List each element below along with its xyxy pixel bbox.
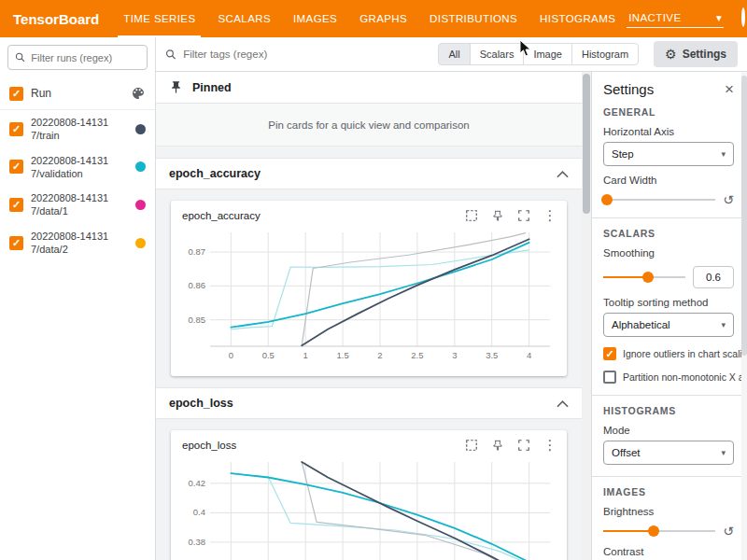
- run-checkbox[interactable]: ✓: [9, 198, 23, 212]
- chevron-up-icon[interactable]: [557, 399, 569, 408]
- chip-scalars[interactable]: Scalars: [470, 43, 525, 65]
- slider-thumb[interactable]: [642, 272, 654, 283]
- run-checkbox[interactable]: ✓: [9, 236, 23, 250]
- cards-area: Pinned Pin cards for a quick view and co…: [156, 72, 582, 560]
- reset-icon[interactable]: ↺: [723, 525, 734, 538]
- reload-status-dropdown[interactable]: INACTIVE ▾: [627, 9, 724, 28]
- run-row-data-1[interactable]: ✓ 20220808-141317/data/1: [0, 186, 155, 224]
- fullscreen-icon[interactable]: [516, 208, 531, 223]
- horizontal-axis-select[interactable]: Step ▾: [603, 142, 734, 166]
- run-color-dot[interactable]: [135, 161, 146, 172]
- tab-images[interactable]: IMAGES: [282, 0, 348, 37]
- mouse-cursor: [519, 39, 532, 58]
- tab-scalars[interactable]: SCALARS: [206, 0, 282, 37]
- card-zone: epoch_accuracy ⋮ 00.511.522.533.540.850.…: [156, 189, 582, 387]
- more-options-icon[interactable]: ⋮: [543, 438, 557, 453]
- card-width-label: Card Width: [603, 175, 734, 186]
- tooltip-sorting-select[interactable]: Alphabetical ▾: [603, 313, 734, 337]
- reset-icon[interactable]: ↺: [723, 193, 734, 206]
- smoothing-value-input[interactable]: 0.6: [693, 266, 734, 288]
- runs-header-label: Run: [31, 87, 51, 100]
- run-checkbox[interactable]: ✓: [9, 160, 23, 174]
- runs-header-row: ✓ Run: [0, 77, 155, 110]
- theme-toggle-icon[interactable]: [735, 10, 747, 27]
- pinned-title: Pinned: [192, 81, 232, 94]
- images-section-label: IMAGES: [603, 486, 734, 497]
- search-icon: [165, 49, 176, 61]
- general-section-label: GENERAL: [603, 106, 734, 118]
- chevron-down-icon: ▾: [721, 320, 726, 329]
- run-color-dot[interactable]: [135, 200, 146, 210]
- ignore-outliers-checkbox[interactable]: ✓: [603, 347, 616, 360]
- pinned-section-header: Pinned: [156, 72, 582, 104]
- tooltip-sorting-value: Alphabetical: [612, 319, 670, 330]
- brightness-slider[interactable]: [603, 525, 715, 538]
- gear-icon: ⚙: [665, 47, 677, 62]
- smoothing-label: Smoothing: [603, 247, 734, 259]
- section-header-epoch-loss[interactable]: epoch_loss: [156, 387, 582, 419]
- slider-track[interactable]: [603, 199, 715, 201]
- card-width-slider[interactable]: [603, 193, 715, 206]
- run-row-validation[interactable]: ✓ 20220808-141317/validation: [0, 148, 155, 187]
- slider-thumb[interactable]: [601, 194, 613, 205]
- pin-card-icon[interactable]: [490, 438, 505, 453]
- topbar: TensorBoard TIME SERIES SCALARS IMAGES G…: [0, 0, 747, 37]
- card-title: epoch_loss: [182, 440, 236, 451]
- line-chart-epoch-accuracy[interactable]: 00.511.522.533.540.850.860.87: [173, 225, 565, 371]
- search-icon: [15, 51, 25, 63]
- filter-runs-box[interactable]: [7, 45, 148, 70]
- svg-text:0.5: 0.5: [262, 350, 275, 360]
- topbar-actions: INACTIVE ▾ ↻ ⚙ ?: [627, 9, 747, 28]
- histogram-mode-select[interactable]: Offset ▾: [603, 441, 734, 465]
- settings-scrollbar-track[interactable]: [741, 72, 747, 560]
- close-icon[interactable]: ×: [725, 81, 734, 97]
- run-label: 20220808-141317/data/1: [31, 191, 117, 218]
- tab-graphs[interactable]: GRAPHS: [348, 0, 418, 37]
- scalar-card-epoch-accuracy: epoch_accuracy ⋮ 00.511.522.533.540.850.…: [171, 201, 567, 376]
- chip-histogram[interactable]: Histogram: [571, 43, 639, 65]
- run-color-dot[interactable]: [135, 238, 146, 248]
- smoothing-slider[interactable]: [603, 271, 685, 284]
- main-scrollbar-track[interactable]: [582, 72, 591, 560]
- fit-to-data-icon[interactable]: [464, 438, 479, 453]
- tab-time-series[interactable]: TIME SERIES: [112, 0, 206, 37]
- section-header-epoch-accuracy[interactable]: epoch_accuracy: [156, 158, 582, 189]
- mode-label: Mode: [603, 425, 734, 436]
- settings-button[interactable]: ⚙ Settings: [654, 41, 738, 67]
- svg-text:0: 0: [229, 350, 233, 360]
- slider-thumb[interactable]: [648, 525, 659, 537]
- svg-text:0.86: 0.86: [189, 280, 206, 290]
- card-actions: ⋮: [464, 438, 557, 453]
- filter-tags-input[interactable]: [183, 49, 429, 60]
- card-zone: epoch_loss ⋮ 00.511.522.533.540.360.380.…: [156, 419, 582, 560]
- nav-tabs: TIME SERIES SCALARS IMAGES GRAPHS DISTRI…: [112, 0, 627, 37]
- fullscreen-icon[interactable]: [516, 438, 531, 453]
- run-row-data-2[interactable]: ✓ 20220808-141317/data/2: [0, 224, 155, 262]
- card-header: epoch_accuracy ⋮: [173, 203, 565, 225]
- svg-text:3: 3: [452, 350, 457, 360]
- histograms-section-label: HISTOGRAMS: [603, 405, 734, 416]
- tooltip-sorting-label: Tooltip sorting method: [603, 297, 734, 308]
- pin-card-icon[interactable]: [490, 208, 505, 223]
- main-scrollbar-thumb[interactable]: [583, 74, 590, 214]
- run-checkbox[interactable]: ✓: [9, 122, 23, 136]
- settings-scrollbar-thumb[interactable]: [741, 76, 747, 356]
- runs-sidebar: ✓ Run ✓ 20220808-141317/train ✓ 20220808…: [0, 37, 156, 560]
- run-color-dot[interactable]: [135, 124, 146, 134]
- more-options-icon[interactable]: ⋮: [543, 208, 557, 223]
- filter-runs-input[interactable]: [31, 52, 140, 63]
- chevron-up-icon[interactable]: [557, 170, 569, 178]
- tab-distributions[interactable]: DISTRIBUTIONS: [418, 0, 529, 37]
- line-chart-epoch-loss[interactable]: 00.511.522.533.540.360.380.40.42: [173, 455, 565, 560]
- chip-all[interactable]: All: [438, 43, 470, 65]
- run-row-train[interactable]: ✓ 20220808-141317/train: [0, 110, 155, 148]
- select-all-runs-checkbox[interactable]: ✓: [9, 87, 23, 101]
- palette-icon[interactable]: [131, 86, 146, 101]
- scalars-section-label: SCALARS: [603, 228, 734, 239]
- tab-histograms[interactable]: HISTOGRAMS: [529, 0, 627, 37]
- app-title: TensorBoard: [0, 11, 112, 27]
- filter-tags-box[interactable]: [165, 49, 429, 61]
- slider-fill: [603, 276, 648, 278]
- partition-x-axis-checkbox[interactable]: [603, 371, 616, 384]
- fit-to-data-icon[interactable]: [464, 208, 479, 223]
